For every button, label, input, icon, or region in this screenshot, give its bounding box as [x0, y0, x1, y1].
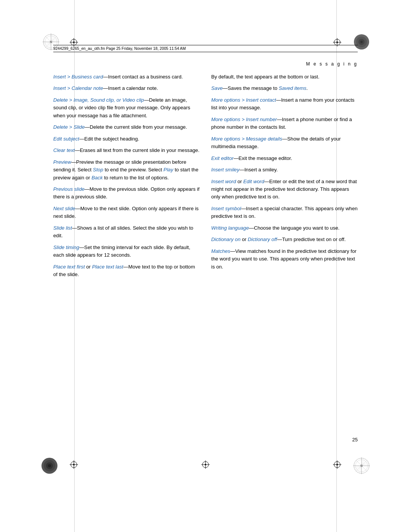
svg-point-39 — [336, 464, 338, 465]
left-column: Insert > Business card—Insert contact as… — [53, 73, 200, 425]
link-play: Play — [164, 167, 174, 173]
link-back: Back — [91, 175, 102, 181]
link-saved-items: Saved items — [279, 85, 306, 91]
link-more-options-contact: More options > Insert contact — [211, 97, 276, 103]
link-delete-slide: Delete > Slide — [53, 124, 84, 130]
entry-more-options-details: More options > Message details—Show the … — [211, 135, 358, 151]
link-insert-calendar-note: Insert > Calendar note — [53, 85, 103, 91]
link-insert-smiley: Insert smiley — [211, 167, 239, 173]
entry-delete-media: Delete > Image, Sound clip, or Video cli… — [53, 96, 200, 120]
entry-next-slide: Next slide—Move to the next slide. Optio… — [53, 205, 200, 220]
entry-writing-language: Writing language—Choose the language you… — [211, 224, 358, 232]
link-more-options-details: More options > Message details — [211, 136, 282, 142]
body-place-text-or: or — [85, 264, 92, 270]
entry-delete-slide: Delete > Slide—Delete the current slide … — [53, 123, 200, 131]
link-slide-timing: Slide timing — [53, 244, 79, 250]
body-insert-calendar-note: —Insert a calendar note. — [103, 85, 158, 91]
entry-insert-smiley: Insert smiley—Insert a smiley. — [211, 166, 358, 174]
right-column: By default, the text appears at the bott… — [211, 73, 358, 425]
entry-insert-edit-word: Insert word or Edit word—Enter or edit t… — [211, 178, 358, 201]
link-preview: Preview — [53, 159, 71, 165]
entry-more-options-number: More options > Insert number—Insert a ph… — [211, 116, 358, 131]
entry-default-text: By default, the text appears at the bott… — [211, 73, 358, 81]
entry-insert-calendar-note: Insert > Calendar note—Insert a calendar… — [53, 85, 200, 92]
entry-edit-subject: Edit subject—Edit the subject heading. — [53, 135, 200, 143]
link-dictionary-off: Dictionary off — [248, 236, 277, 242]
body-next-slide: —Move to the next slide. Option only app… — [53, 206, 199, 219]
body-insert-edit-word-or: or — [236, 179, 243, 184]
bottom-left-crosshair — [70, 460, 78, 470]
body-save-1: —Saves the message to — [223, 85, 279, 91]
entry-slide-list: Slide list—Shows a list of all slides. S… — [53, 224, 200, 240]
link-edit-word: Edit word — [243, 179, 264, 184]
link-insert-business-card: Insert > Business card — [53, 74, 103, 80]
svg-point-35 — [205, 464, 206, 465]
svg-point-15 — [73, 42, 75, 43]
body-edit-subject: —Edit the subject heading. — [79, 136, 139, 142]
svg-point-31 — [48, 464, 51, 467]
entry-dictionary: Dictionary on or Dictionary off—Turn pre… — [211, 236, 358, 243]
entry-matches: Matches—View matches found in the predic… — [211, 248, 358, 271]
bottom-left-deco — [41, 457, 58, 476]
link-insert-symbol: Insert symbol — [211, 206, 241, 211]
link-matches: Matches — [211, 248, 230, 254]
link-save: Save — [211, 85, 223, 91]
header-text: 9244299_6265_en_au_oth.fm Page 25 Friday… — [53, 46, 186, 51]
link-delete-media: Delete > Image, Sound clip, or Video cli… — [53, 97, 144, 103]
link-stop: Stop — [93, 167, 103, 173]
body-preview-4: to return to the list of options. — [103, 175, 169, 181]
bottom-right-deco — [353, 457, 370, 476]
entry-preview: Preview—Preview the message or slide pre… — [53, 158, 200, 182]
link-clear-text: Clear text — [53, 147, 75, 153]
body-default-text: By default, the text appears at the bott… — [211, 74, 319, 80]
link-place-text-first: Place text first — [53, 264, 85, 270]
entry-insert-business-card: Insert > Business card—Insert contact as… — [53, 73, 200, 81]
entry-previous-slide: Previous slide—Move to the previous slid… — [53, 185, 200, 201]
link-more-options-number: More options > Insert number — [211, 117, 277, 122]
link-dictionary-on: Dictionary on — [211, 236, 241, 242]
page-number: 25 — [352, 437, 358, 443]
link-place-text-last: Place text last — [92, 264, 123, 270]
entry-slide-timing: Slide timing—Set the timing interval for… — [53, 244, 200, 259]
entry-exit-editor: Exit editor—Exit the message editor. — [211, 155, 358, 162]
link-next-slide: Next slide — [53, 206, 75, 211]
link-edit-subject: Edit subject — [53, 136, 79, 142]
link-slide-list: Slide list — [53, 225, 72, 231]
body-save-2: . — [306, 85, 308, 91]
link-insert-word: Insert word — [211, 179, 236, 184]
body-dictionary-or: or — [241, 236, 248, 242]
body-insert-smiley: —Insert a smiley. — [239, 167, 278, 173]
header-bar: 9244299_6265_en_au_oth.fm Page 25 Friday… — [53, 45, 358, 52]
link-writing-language: Writing language — [211, 225, 249, 231]
entry-place-text: Place text first or Place text last—Move… — [53, 263, 200, 279]
entry-more-options-contact: More options > Insert contact—Insert a n… — [211, 96, 358, 112]
page: 9244299_6265_en_au_oth.fm Page 25 Friday… — [0, 0, 411, 532]
body-dictionary: —Turn predictive text on or off. — [277, 236, 346, 242]
bottom-center-crosshair — [201, 460, 210, 470]
entry-clear-text: Clear text—Erases all text from the curr… — [53, 147, 200, 154]
body-delete-slide: —Delete the current slide from your mess… — [84, 124, 187, 130]
body-slide-list: —Shows a list of all slides. Select the … — [53, 225, 193, 238]
body-exit-editor: —Exit the message editor. — [234, 155, 292, 161]
entry-insert-symbol: Insert symbol—Insert a special character… — [211, 205, 358, 220]
chapter-heading: M e s s a g i n g — [306, 61, 358, 67]
svg-point-19 — [336, 42, 338, 43]
body-matches: —View matches found in the predictive te… — [211, 248, 357, 270]
svg-point-27 — [73, 464, 75, 465]
body-writing-language: —Choose the language you want to use. — [249, 225, 339, 231]
body-insert-business-card: —Insert contact as a business card. — [103, 74, 183, 80]
body-preview-2: to end the preview. Select — [103, 167, 163, 173]
link-previous-slide: Previous slide — [53, 186, 84, 192]
entry-save: Save—Saves the message to Saved items. — [211, 85, 358, 92]
bottom-right-crosshair — [333, 460, 341, 470]
body-clear-text: —Erases all text from the current slide … — [75, 147, 199, 153]
content-area: Insert > Business card—Insert contact as… — [53, 73, 358, 425]
svg-point-23 — [360, 41, 363, 43]
link-exit-editor: Exit editor — [211, 155, 234, 161]
